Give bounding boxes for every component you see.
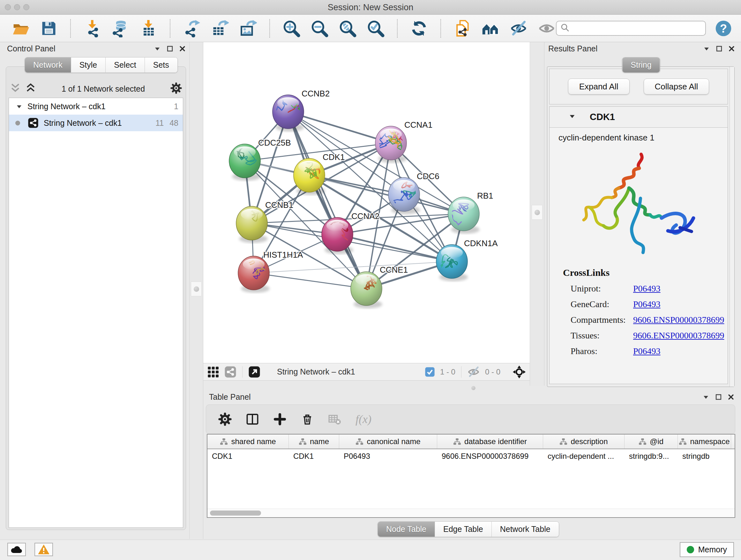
network-graph[interactable]: CCNB2CCNA1CDC25BCDK1CDC6RB1CCNB1CCNA2CDK… <box>203 42 530 363</box>
table-cell[interactable]: CDK1 <box>207 452 289 461</box>
search-input[interactable] <box>573 23 701 33</box>
collapse-all-button[interactable]: Collapse All <box>644 78 710 95</box>
hide-selected-button[interactable] <box>509 19 528 38</box>
left-splitter-handle[interactable] <box>191 282 202 296</box>
node-HIST1H1A[interactable] <box>238 256 277 290</box>
node-CDKN1A[interactable] <box>432 245 468 278</box>
show-columns-button[interactable] <box>246 413 259 426</box>
table-cell[interactable]: stringdb:9... <box>624 452 678 461</box>
share-view-icon[interactable] <box>224 366 237 378</box>
crosslink-link[interactable]: P06493 <box>633 346 661 356</box>
gene-expander-icon[interactable] <box>569 114 576 120</box>
tab-sets[interactable]: Sets <box>145 57 178 72</box>
column-header-namespace[interactable]: namespace <box>678 435 731 449</box>
column-header-@id[interactable]: @id <box>624 435 678 449</box>
node-CDC25B[interactable] <box>229 144 260 178</box>
table-cell[interactable]: CDK1 <box>289 452 339 461</box>
table-settings-button[interactable] <box>218 413 232 426</box>
edge-CCNB2-CCNE1[interactable] <box>288 112 366 289</box>
search-box[interactable] <box>556 21 706 36</box>
column-header-name[interactable]: name <box>289 435 339 449</box>
right-splitter[interactable] <box>530 42 544 386</box>
string-document-button[interactable] <box>453 19 472 38</box>
save-session-button[interactable] <box>40 19 58 38</box>
panel-menu-icon[interactable] <box>154 46 160 51</box>
panel-menu-icon[interactable] <box>703 395 709 400</box>
node-CDK1[interactable] <box>293 158 325 192</box>
gene-section-header[interactable]: CDK1 <box>549 107 728 128</box>
collapse-all-networks-icon[interactable] <box>10 83 21 95</box>
crosslink-link[interactable]: 9606.ENSP00000378699 <box>633 330 724 341</box>
collection-expander-icon[interactable] <box>16 102 22 111</box>
column-header-shared-name[interactable]: shared name <box>207 435 289 449</box>
table-cell[interactable]: cyclin-dependent ... <box>543 452 624 461</box>
zoom-selected-button[interactable] <box>366 19 385 38</box>
export-network-button[interactable] <box>183 19 201 38</box>
panel-close-icon[interactable] <box>729 46 735 52</box>
node-CCNB1[interactable] <box>236 206 267 240</box>
tab-select[interactable]: Select <box>105 57 144 72</box>
crosslink-link[interactable]: P06493 <box>633 299 661 309</box>
import-table-button[interactable] <box>139 19 158 38</box>
column-header-canonical-name[interactable]: canonical name <box>339 435 437 449</box>
grid-view-icon[interactable] <box>207 366 219 378</box>
add-column-button[interactable] <box>273 413 286 426</box>
tab-style[interactable]: Style <box>71 57 106 72</box>
tab-string[interactable]: String <box>622 57 660 72</box>
right-splitter-handle[interactable] <box>532 205 542 220</box>
tab-edge-table[interactable]: Edge Table <box>434 522 491 537</box>
column-header-description[interactable]: description <box>543 435 624 449</box>
zoom-out-button[interactable] <box>310 19 329 38</box>
table-scrollbar-thumb[interactable] <box>210 510 261 516</box>
table-cell[interactable]: 9606.ENSP00000378699 <box>437 452 543 461</box>
horizontal-splitter-handle[interactable] <box>471 386 475 390</box>
export-table-button[interactable] <box>211 19 229 38</box>
edge-CDK1-RB1[interactable] <box>309 175 464 214</box>
node-CCNA2[interactable] <box>322 217 356 251</box>
crosslink-link[interactable]: P06493 <box>633 284 661 294</box>
hidden-eye-icon[interactable] <box>467 366 480 378</box>
node-CDC6[interactable] <box>388 178 420 211</box>
panel-close-icon[interactable] <box>728 394 734 400</box>
node-CCNA1[interactable] <box>375 126 407 160</box>
node-CCNE1[interactable] <box>351 272 382 306</box>
table-row[interactable]: CDK1CDK1P064939606.ENSP00000378699cyclin… <box>207 449 735 463</box>
network-canvas[interactable]: CCNB2CCNA1CDC25BCDK1CDC6RB1CCNB1CCNA2CDK… <box>203 42 530 363</box>
network-collection-row[interactable]: String Network – cdk1 1 <box>9 98 183 115</box>
expand-all-button[interactable]: Expand All <box>568 78 630 95</box>
expand-all-networks-icon[interactable] <box>25 83 36 95</box>
delete-column-button[interactable] <box>300 413 314 426</box>
zoom-fit-button[interactable] <box>338 19 357 38</box>
memory-button[interactable]: Memory <box>680 542 734 557</box>
table-cell[interactable]: stringdb <box>678 452 731 461</box>
close-window-button[interactable] <box>5 4 11 10</box>
cloud-button[interactable] <box>7 543 26 556</box>
tab-network[interactable]: Network <box>25 57 71 72</box>
detach-view-icon[interactable] <box>248 366 260 378</box>
table-horizontal-scrollbar[interactable] <box>207 509 735 517</box>
results-scrollbar[interactable] <box>730 67 734 387</box>
open-session-button[interactable] <box>11 19 30 38</box>
home-houses-button[interactable] <box>481 19 500 38</box>
help-button[interactable]: ? <box>715 19 732 37</box>
panel-float-icon[interactable] <box>167 46 173 52</box>
panel-menu-icon[interactable] <box>703 46 710 51</box>
network-row[interactable]: String Network – cdk1 11 48 <box>9 115 183 131</box>
zoom-window-button[interactable] <box>23 4 29 10</box>
table-cell[interactable]: P06493 <box>339 452 437 461</box>
import-database-button[interactable] <box>111 19 130 38</box>
tab-node-table[interactable]: Node Table <box>378 522 434 537</box>
warning-button[interactable] <box>35 543 53 556</box>
edge-CCNA2-CDKN1A[interactable] <box>337 234 452 261</box>
export-image-button[interactable] <box>239 19 257 38</box>
edge-CCNE1-HIST1H1A[interactable] <box>254 273 366 289</box>
import-network-button[interactable] <box>83 19 102 38</box>
refresh-button[interactable] <box>410 19 428 38</box>
crosslink-link[interactable]: 9606.ENSP00000378699 <box>633 315 724 325</box>
panel-float-icon[interactable] <box>716 46 722 52</box>
network-options-gear-icon[interactable] <box>171 82 182 95</box>
left-splitter[interactable] <box>189 42 203 539</box>
zoom-in-button[interactable] <box>282 19 300 38</box>
selected-checkbox-icon[interactable] <box>425 367 435 377</box>
panel-close-icon[interactable] <box>179 46 185 52</box>
